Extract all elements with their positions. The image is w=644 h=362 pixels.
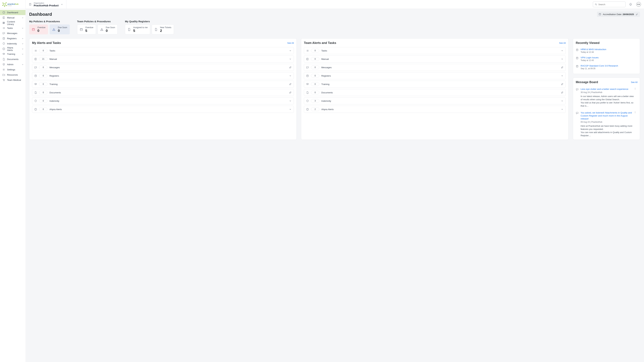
panel-title: Team Alerts and Tasks <box>304 41 336 45</box>
warn-icon <box>52 28 56 31</box>
sidebar-item-label: Dashboard <box>7 11 18 14</box>
notifications-button[interactable] <box>628 1 634 7</box>
stat-card-due-soon[interactable]: Due Soon 0 <box>98 24 118 34</box>
stat-card-assigned-to-me[interactable]: Assigned to me 5 <box>125 24 150 34</box>
list-icon <box>2 27 5 29</box>
stats-group: Team Policies & Procedures Overdue 5 Due… <box>77 20 118 34</box>
sidebar-item-documents[interactable]: Documents <box>0 57 26 62</box>
page-title: Dashboard <box>29 12 52 17</box>
sidebar-item-tasks[interactable]: Tasks <box>0 25 26 31</box>
task-row-documents[interactable]: 0 Documents <box>32 89 294 96</box>
doc-icon <box>576 65 578 68</box>
stat-card-overdue[interactable]: Overdue 5 <box>77 24 96 34</box>
message-board-scroll[interactable]: Less eye clutter and a better search exp… <box>576 86 638 137</box>
chevron-down-icon <box>22 37 24 40</box>
training-icon <box>34 83 37 86</box>
task-label: Messages <box>321 66 332 69</box>
task-row-registers[interactable]: 0 Registers <box>304 72 566 79</box>
see-all-link[interactable]: See All <box>559 42 566 44</box>
accreditation-date: 28/08/2025 <box>622 13 634 15</box>
stat-label: Due Soon <box>58 26 67 29</box>
chevron-down-icon <box>289 58 292 60</box>
message-meta: 05 Aug 24 | PracticeHub <box>580 121 636 123</box>
task-label: Registers <box>50 75 59 77</box>
message-menu-button[interactable] <box>634 111 636 114</box>
task-row-training[interactable]: 0 Training <box>304 81 566 88</box>
task-row-documents[interactable]: 0 Documents <box>304 89 566 96</box>
sidebar-item-indemnity[interactable]: Indemnity <box>0 41 26 46</box>
stats-group-title: My Quality Registers <box>125 20 174 23</box>
count-pill: 0 <box>311 65 319 69</box>
message-menu-button[interactable] <box>634 87 636 90</box>
shield-icon <box>34 99 37 102</box>
task-row-tasks[interactable]: 0 Tasks <box>304 47 566 54</box>
task-row-ahpra-alerts[interactable]: 2 Ahpra Alerts <box>304 106 566 113</box>
sidebar-item-label: Tasks <box>7 27 13 29</box>
overdue-o-icon <box>80 28 83 31</box>
recently-viewed-link[interactable]: RACGP Standard Core 3.6 Research <box>580 64 618 67</box>
task-label: Indemnity <box>321 100 331 102</box>
task-row-training[interactable]: 0 Training <box>32 81 294 88</box>
see-all-link[interactable]: See All <box>631 81 638 83</box>
sidebar-item-ahpra-alerts[interactable]: Ahpra Alerts <box>0 46 26 51</box>
stat-label: Overdue <box>85 26 94 29</box>
sidebar-item-registers[interactable]: Registers <box>0 36 26 41</box>
task-row-indemnity[interactable]: 0 Indemnity <box>32 97 294 104</box>
recently-viewed-link[interactable]: VPN Login Issues <box>580 56 598 59</box>
cart-icon <box>2 79 5 81</box>
chat-icon <box>576 112 578 114</box>
task-row-tasks[interactable]: 0 Tasks <box>32 47 294 54</box>
message-title-link[interactable]: You asked, we listened! Attachments in Q… <box>580 111 632 120</box>
task-row-indemnity[interactable]: 3 Indemnity <box>304 97 566 104</box>
task-row-messages[interactable]: 0 Messages <box>32 64 294 71</box>
stat-card-due-soon[interactable]: Due Soon 0 <box>50 24 70 34</box>
sidebar-item-label: Manual <box>7 16 14 19</box>
edit-icon[interactable] <box>636 13 638 15</box>
stat-card-overdue[interactable]: Overdue 0 <box>29 24 48 34</box>
message-board-item: You asked, we listened! Attachments in Q… <box>576 110 636 137</box>
team-alerts-panel: Team Alerts and Tasks See All 0 Tasks 0 … <box>301 38 568 140</box>
task-row-manual[interactable]: 21 Manual <box>32 55 294 62</box>
stat-card-new-tickets[interactable]: New Tickets 2 <box>152 24 174 34</box>
link-icon <box>289 91 292 94</box>
practicehub-logo: practice hub by CiAware <box>2 2 20 7</box>
user-menu-button[interactable]: KA <box>636 1 642 7</box>
message-title-link[interactable]: Less eye clutter and a better search exp… <box>580 88 628 90</box>
task-label: Registers <box>321 75 331 77</box>
gear-icon <box>2 68 5 71</box>
search-box[interactable] <box>593 1 626 7</box>
see-all-link[interactable]: See All <box>287 42 294 44</box>
building-icon <box>29 3 32 6</box>
task-row-ahpra-alerts[interactable]: 0 Ahpra Alerts <box>32 106 294 113</box>
sidebar-item-content-library[interactable]: Content Library <box>0 20 26 25</box>
sidebar-item-label: Messages <box>7 32 18 34</box>
sidebar-item-settings[interactable]: Settings <box>0 67 26 72</box>
sidebar-item-messages[interactable]: Messages <box>0 31 26 36</box>
register-icon <box>34 74 37 77</box>
admin-icon <box>2 63 5 66</box>
task-row-messages[interactable]: 0 Messages <box>304 64 566 71</box>
task-label: Indemnity <box>50 100 59 102</box>
recently-viewed-link[interactable]: HRM & WHS Introduction <box>580 48 606 51</box>
book-icon <box>306 58 309 60</box>
sidebar-item-team-medical[interactable]: Team Medical <box>0 77 26 83</box>
task-row-registers[interactable]: 0 Registers <box>32 72 294 79</box>
search-input[interactable] <box>598 3 624 6</box>
panel-title: Recently Viewed <box>576 41 600 45</box>
sidebar-item-admin[interactable]: Admin <box>0 62 26 67</box>
sidebar-item-label: Registers <box>7 37 16 40</box>
sidebar-item-manual[interactable]: Manual <box>0 15 26 20</box>
sidebar-item-dashboard[interactable]: Dashboard <box>0 10 26 15</box>
accreditation-pill[interactable]: Accreditation Date: 28/08/2025 <box>597 11 640 17</box>
org-switcher[interactable]: Organisation PracticeHub Product <box>26 0 66 9</box>
sidebar-item-resources[interactable]: Resources <box>0 72 26 77</box>
task-row-manual[interactable]: 0 Manual <box>304 55 566 62</box>
logo[interactable]: practice hub by CiAware <box>0 2 26 7</box>
chevron-down-icon <box>22 42 24 45</box>
task-label: Manual <box>321 58 329 60</box>
stat-label: Assigned to me <box>133 26 148 29</box>
sidebar-item-training[interactable]: Training <box>0 51 26 57</box>
chevron-down-icon <box>60 3 63 6</box>
book-icon <box>34 58 37 60</box>
gauge-icon <box>2 11 5 14</box>
